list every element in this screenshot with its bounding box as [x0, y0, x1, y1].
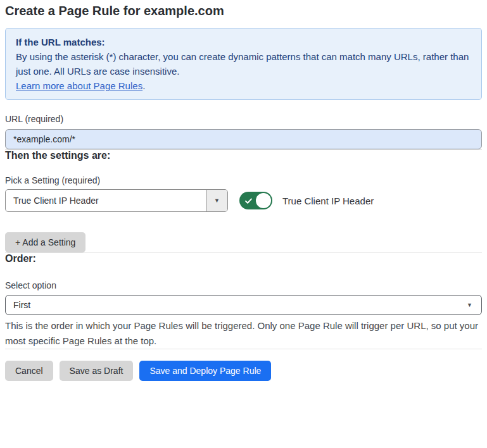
chevron-down-icon: ▼	[214, 198, 220, 204]
learn-more-link[interactable]: Learn more about Page Rules	[16, 80, 142, 91]
url-match-info-box: If the URL matches: By using the asteris…	[5, 28, 482, 100]
order-select[interactable]: First ▼	[5, 295, 482, 315]
save-draft-button[interactable]: Save as Draft	[60, 361, 134, 381]
add-setting-button[interactable]: + Add a Setting	[5, 232, 85, 252]
info-box-heading: If the URL matches:	[16, 35, 471, 49]
link-period: .	[142, 80, 145, 91]
order-select-label: Select option	[5, 280, 482, 290]
save-deploy-button[interactable]: Save and Deploy Page Rule	[139, 361, 271, 381]
order-heading: Order:	[5, 253, 482, 264]
setting-toggle-on[interactable]	[239, 192, 272, 209]
info-box-link-line: Learn more about Page Rules.	[16, 78, 471, 93]
setting-select[interactable]: True Client IP Header ▼	[5, 189, 228, 212]
check-icon	[244, 196, 253, 208]
toggle-label: True Client IP Header	[282, 196, 374, 206]
setting-select-arrow-button[interactable]: ▼	[206, 190, 227, 211]
order-help-text: This is the order in which your Page Rul…	[5, 318, 482, 349]
url-input[interactable]	[5, 129, 482, 149]
order-select-value: First	[13, 300, 30, 310]
setting-select-value: True Client IP Header	[6, 190, 206, 211]
chevron-down-icon: ▼	[467, 302, 472, 308]
pick-setting-label: Pick a Setting (required)	[5, 175, 482, 185]
cancel-button[interactable]: Cancel	[5, 361, 53, 381]
footer-actions: Cancel Save as Draft Save and Deploy Pag…	[5, 361, 482, 381]
page-rule-form: Create a Page Rule for example.com If th…	[5, 3, 482, 381]
url-label: URL (required)	[5, 114, 482, 124]
page-title: Create a Page Rule for example.com	[5, 3, 482, 19]
settings-heading: Then the settings are:	[5, 150, 482, 161]
setting-row: True Client IP Header ▼ True Client IP H…	[5, 189, 482, 212]
section-divider	[5, 349, 482, 349]
info-box-body: By using the asterisk (*) character, you…	[16, 49, 471, 78]
toggle-knob[interactable]	[256, 193, 271, 208]
